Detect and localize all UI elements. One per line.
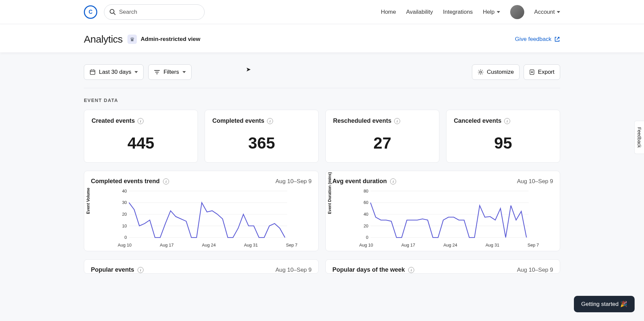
info-icon[interactable]: i xyxy=(504,118,510,124)
svg-rect-2 xyxy=(90,70,95,74)
line-chart: 010203040 xyxy=(91,189,312,243)
main-content: Last 30 days Filters Customize Export EV… xyxy=(0,52,644,274)
stat-completed-events: Completed eventsi 365 xyxy=(205,110,319,163)
charts-row-1: Completed events trendi Aug 10–Sep 9 Eve… xyxy=(84,171,560,251)
info-icon[interactable]: i xyxy=(408,267,414,273)
export-button[interactable]: Export xyxy=(524,64,560,80)
chevron-down-icon xyxy=(182,71,186,73)
page-header: Analytics ♛ Admin-restricted view Give f… xyxy=(0,24,644,52)
chevron-down-icon xyxy=(135,71,138,73)
search-container xyxy=(104,4,205,20)
chart-date-range: Aug 10–Sep 9 xyxy=(275,267,312,273)
stat-created-events: Created eventsi 445 xyxy=(84,110,198,163)
svg-line-1 xyxy=(114,13,115,15)
svg-text:10: 10 xyxy=(122,223,127,228)
external-link-icon xyxy=(554,36,560,42)
svg-text:40: 40 xyxy=(122,189,127,194)
line-chart: 020406080 xyxy=(332,189,553,243)
stat-value: 445 xyxy=(92,134,190,152)
info-icon[interactable]: i xyxy=(163,178,169,184)
x-axis-ticks: Aug 10Aug 17Aug 24Aug 31Sep 7 xyxy=(91,243,312,248)
chart-date-range: Aug 10–Sep 9 xyxy=(517,178,553,185)
svg-point-9 xyxy=(480,71,482,73)
info-icon[interactable]: i xyxy=(138,118,144,124)
y-axis-label: Event Volume xyxy=(86,188,91,214)
page-title: Analytics xyxy=(84,34,123,45)
toolbar: Last 30 days Filters Customize Export xyxy=(84,64,560,88)
nav-links: Home Availability Integrations Help Acco… xyxy=(381,5,560,19)
svg-text:60: 60 xyxy=(364,200,368,205)
chart-popular-events: Popular eventsi Aug 10–Sep 9 xyxy=(84,259,319,274)
filter-icon xyxy=(154,70,160,74)
svg-text:30: 30 xyxy=(122,200,127,205)
charts-row-2: Popular eventsi Aug 10–Sep 9 Popular day… xyxy=(84,259,560,274)
nav-help[interactable]: Help xyxy=(483,9,500,15)
download-icon xyxy=(529,69,535,75)
svg-text:20: 20 xyxy=(364,223,368,228)
filters-button[interactable]: Filters xyxy=(148,64,191,80)
chart-avg-duration: Avg event durationi Aug 10–Sep 9 Event D… xyxy=(325,171,560,251)
y-axis-label: Event Duration (mins) xyxy=(327,172,332,214)
section-label: EVENT DATA xyxy=(84,98,560,103)
chart-date-range: Aug 10–Sep 9 xyxy=(517,267,553,273)
customize-button[interactable]: Customize xyxy=(472,64,520,80)
svg-text:80: 80 xyxy=(364,189,368,194)
nav-integrations[interactable]: Integrations xyxy=(443,9,473,15)
chart-completed-trend: Completed events trendi Aug 10–Sep 9 Eve… xyxy=(84,171,319,251)
stats-grid: Created eventsi 445 Completed eventsi 36… xyxy=(84,110,560,163)
date-range-button[interactable]: Last 30 days xyxy=(84,64,144,80)
user-avatar[interactable] xyxy=(510,5,524,19)
stat-rescheduled-events: Rescheduled eventsi 27 xyxy=(325,110,439,163)
search-input[interactable] xyxy=(104,4,205,20)
stat-value: 95 xyxy=(454,134,552,152)
crown-icon: ♛ xyxy=(127,35,137,44)
svg-text:0: 0 xyxy=(366,235,368,240)
info-icon[interactable]: i xyxy=(138,267,144,273)
top-nav: C Home Availability Integrations Help Ac… xyxy=(0,0,644,24)
x-axis-ticks: Aug 10Aug 17Aug 24Aug 31Sep 7 xyxy=(332,243,553,248)
admin-view-label: Admin-restricted view xyxy=(141,36,201,43)
chevron-down-icon xyxy=(557,11,560,13)
nav-home[interactable]: Home xyxy=(381,9,396,15)
calendar-icon xyxy=(90,69,96,75)
stat-value: 365 xyxy=(212,134,311,152)
svg-text:40: 40 xyxy=(364,212,368,217)
info-icon[interactable]: i xyxy=(394,118,400,124)
info-icon[interactable]: i xyxy=(390,178,396,184)
info-icon[interactable]: i xyxy=(267,118,273,124)
gear-icon xyxy=(478,69,484,75)
nav-account[interactable]: Account xyxy=(534,9,560,15)
give-feedback-link[interactable]: Give feedback xyxy=(515,36,560,43)
chart-popular-days: Popular days of the weeki Aug 10–Sep 9 xyxy=(325,259,560,274)
stat-value: 27 xyxy=(333,134,432,152)
app-logo[interactable]: C xyxy=(84,5,97,19)
svg-text:20: 20 xyxy=(122,212,127,217)
stat-canceled-events: Canceled eventsi 95 xyxy=(446,110,560,163)
svg-point-0 xyxy=(110,9,114,13)
chevron-down-icon xyxy=(497,11,500,13)
svg-text:0: 0 xyxy=(124,235,127,240)
chart-date-range: Aug 10–Sep 9 xyxy=(275,178,312,185)
nav-availability[interactable]: Availability xyxy=(406,9,433,15)
search-icon xyxy=(109,9,116,17)
feedback-tab[interactable]: Feedback xyxy=(634,121,644,154)
